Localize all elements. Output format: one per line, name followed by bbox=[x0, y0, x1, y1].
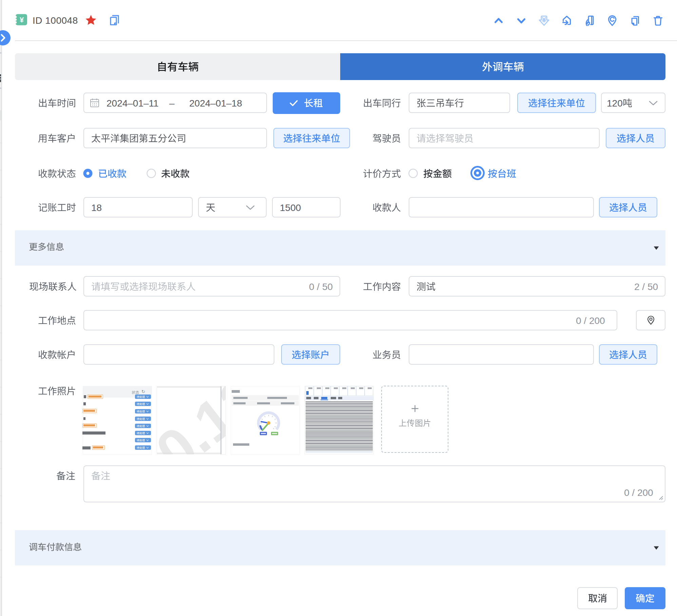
svg-text:¥: ¥ bbox=[20, 16, 24, 24]
